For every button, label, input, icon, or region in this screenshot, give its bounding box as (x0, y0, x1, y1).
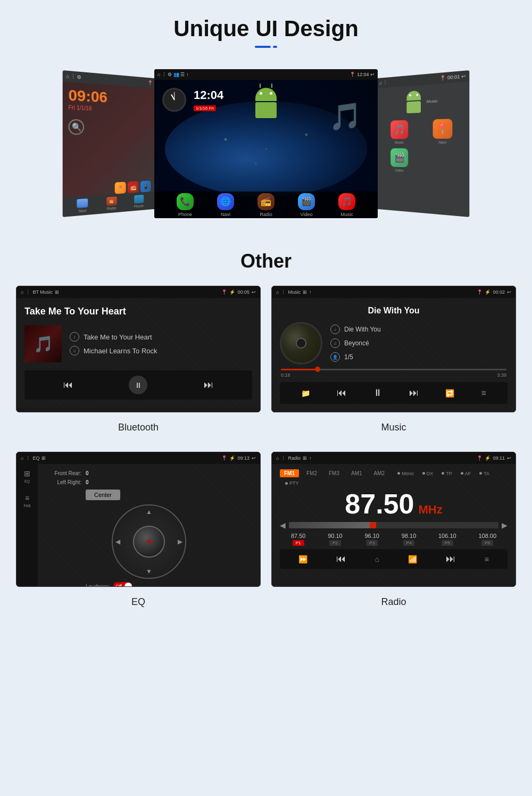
music-list-icon[interactable]: ≡ (481, 388, 486, 398)
bt-next-button[interactable]: ⏭ (204, 379, 213, 391)
bt-track-row: ♪ Take Me to Your Heart (70, 332, 157, 342)
music-next-button[interactable]: ⏭ (409, 387, 419, 399)
ta-label: TA (484, 471, 489, 476)
app-phone: 📞 Phone (177, 193, 194, 217)
bt-music-card: ⌂ ⋮ BT Music ⊞ 📍 ⚡ 00:05 ↩ Take Me To Yo… (16, 286, 261, 412)
music-pause-button[interactable]: ⏸ (373, 387, 383, 399)
eq-arrow-right[interactable]: ▶ (178, 538, 182, 545)
mono-dot (397, 472, 400, 475)
music-detail-list: ♪ Die With You ♫ Beyoncé 👤 1/5 (330, 325, 381, 362)
music-app-label: Music (340, 212, 353, 217)
eq-caption: EQ (16, 596, 261, 608)
radio-opt-af: AF (461, 471, 471, 476)
radio-list-icon[interactable]: ≡ (485, 555, 489, 563)
bt-track-name: Take Me to Your Heart (84, 333, 152, 341)
music-track-icon: ♪ (330, 325, 340, 334)
radio-slider-thumb (370, 522, 376, 528)
bt-controls: ⏮ ⏸ ⏭ (24, 370, 252, 400)
phone-label: Phone (134, 204, 144, 208)
search-icon: 🔍 (69, 119, 85, 135)
bt-prev-button[interactable]: ⏮ (63, 379, 73, 391)
eq-center-button[interactable]: Center (86, 490, 120, 500)
eq-arrow-up[interactable]: ▲ (146, 508, 152, 516)
bt-time: 00:05 (237, 289, 250, 295)
radio-prev-button[interactable]: ⏮ (336, 553, 346, 565)
radio-next-button[interactable]: ⏭ (446, 553, 455, 565)
preset-3-freq: 96.10 (364, 533, 379, 539)
music-status-bar: ⌂ ⋮ Music ⊞ ↑ 📍 ⚡ 00:02 ↩ (272, 286, 516, 298)
eq-arrow-down[interactable]: ▼ (146, 568, 152, 575)
eq-menu-icon: ⋮ (26, 455, 30, 461)
music-artist-icon: ♫ (330, 338, 340, 348)
music-artist-row: ♫ Beyoncé (330, 338, 381, 348)
radio-slider-fill (289, 522, 373, 528)
eq-sidebar-fab[interactable]: ≡ FAB (23, 494, 30, 508)
eq-arrow-left[interactable]: ◀ (115, 538, 120, 545)
dx-label: DX (427, 471, 434, 476)
robot-antenna-left (260, 84, 261, 88)
radio-band-am2[interactable]: AM2 (370, 469, 389, 477)
radio-home-ctrl[interactable]: ⌂ (375, 555, 379, 563)
music-prev-button[interactable]: ⏮ (337, 387, 346, 399)
left-body: 09:06 Fri 1/1/16 🔍 📍 📻 📱 📍 Navi (63, 81, 155, 217)
radio-presets: 87.50 P1 90.10 P2 96.10 P3 98.10 P4 106.… (280, 533, 508, 546)
radio-band-am1[interactable]: AM1 (347, 469, 367, 477)
eq-fab-icon: ≡ (25, 494, 29, 502)
music-label: Music (288, 289, 301, 295)
eq-front-rear-label: Front Rear: (44, 470, 81, 476)
center-time-text: 12:04 (194, 88, 223, 102)
title-underline (0, 46, 532, 48)
music-home-icon: ⌂ (276, 289, 279, 295)
bt-label: BT Music (32, 289, 52, 295)
pty-label: PTY (289, 480, 299, 486)
radio-preset-5[interactable]: 106.10 P5 (438, 533, 456, 546)
music-tracknum-icon: 👤 (330, 352, 340, 362)
radio-label: Radio (107, 206, 117, 210)
radio-preset-6[interactable]: 108.00 P6 (478, 533, 496, 546)
loudness-switch: Off (113, 582, 132, 587)
page-title: Unique UI Design (0, 16, 532, 42)
right-body: Music 🎵 Music 📍 Navi 🎬 Video (377, 81, 469, 217)
radio-next-freq[interactable]: ▶ (502, 521, 508, 529)
music-content: ♪ Die With You ♫ Beyoncé 👤 1/5 (280, 322, 508, 364)
music-location-icon: 📍 (477, 289, 483, 295)
eq-loudness-toggle[interactable]: Off (113, 582, 132, 587)
tp-label: TP (446, 471, 452, 476)
music-repeat-icon[interactable]: 🔁 (445, 389, 454, 397)
app-radio: 📻 Radio (257, 193, 275, 217)
bt-back-icon: ↩ (252, 289, 256, 295)
video-app-icon: 🎬 (298, 193, 315, 210)
music-folder-icon[interactable]: 📁 (301, 389, 310, 397)
music-caption: Music (271, 422, 516, 433)
eq-sidebar-eq[interactable]: ⊞ EQ (24, 469, 30, 483)
ui-showcase: ⌂ ⋮ ⚙ 📍 09:06 Fri 1/1/16 🔍 📍 📻 📱 📍 (0, 59, 532, 234)
radio-controls: ⏩ ⏮ ⌂ 📶 ⏭ ≡ (280, 549, 508, 569)
bt-pause-button[interactable]: ⏸ (129, 376, 147, 394)
radio-freq-number: 87.50 (345, 488, 414, 519)
eq-joystick-outer: ▲ ▼ ◀ ▶ ✦ (112, 504, 186, 579)
radio-menu-icon: ⋮ (281, 455, 286, 461)
screen-center: ⌂ ⋮ ⚙ 👥 ☰ ↑ 📍 12:04 ↩ 12:04 1/1/16 Fri (154, 69, 378, 218)
eq-time: 09:13 (237, 455, 250, 461)
dx-dot (422, 472, 425, 475)
radio-band-fm1[interactable]: FM1 (280, 469, 299, 477)
radio-band-fm2[interactable]: FM2 (302, 469, 321, 477)
radio-prev-freq[interactable]: ◀ (280, 521, 286, 529)
eq-loudness-label: Loudness: (86, 584, 110, 587)
eq-location-icon: 📍 (221, 455, 227, 461)
radio-band-fm3[interactable]: FM3 (325, 469, 344, 477)
radio-preset-2[interactable]: 90.10 P2 (328, 533, 343, 546)
radio-ctrl-1[interactable]: ⏩ (298, 555, 307, 563)
radio-freq-slider[interactable] (289, 522, 498, 528)
music-body: Die With You ♪ Die With You ♫ Beyoncé 👤 (272, 298, 516, 412)
navi-app-icon: 🌐 (217, 193, 234, 210)
radio-preset-1[interactable]: 87.50 P1 (291, 533, 306, 546)
right-video-icon-label: Video (395, 168, 403, 172)
radio-preset-3[interactable]: 96.10 P3 (364, 533, 379, 546)
preset-5-freq: 106.10 (438, 533, 456, 539)
eq-joystick-center[interactable]: ✦ (133, 526, 165, 558)
radio-location-icon: 📍 (477, 455, 483, 461)
progress-thumb (315, 367, 320, 372)
radio-preset-4[interactable]: 98.10 P4 (402, 533, 417, 546)
radio-card: ⌂ ⋮ Radio ⊞ ↑ 📍 ⚡ 09:11 ↩ FM1 FM2 FM3 AM… (271, 452, 516, 587)
